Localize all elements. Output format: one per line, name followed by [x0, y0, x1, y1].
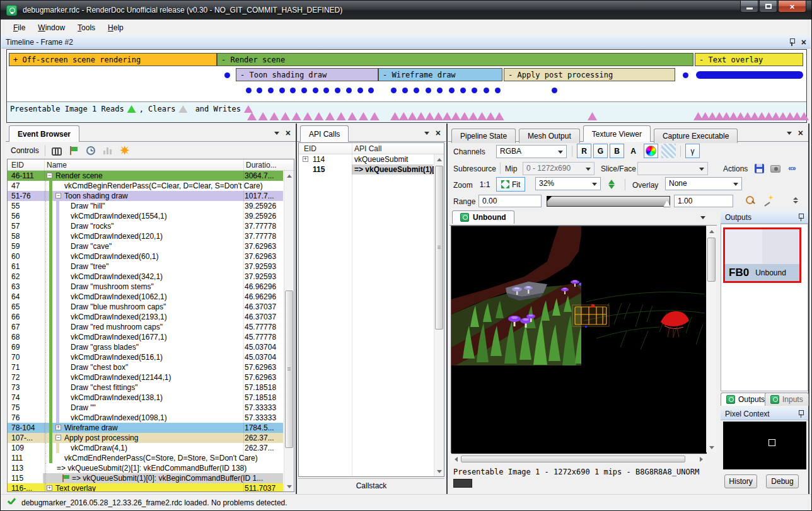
flip-y-button[interactable]: [605, 177, 618, 192]
view-code-button[interactable]: «»: [786, 163, 798, 174]
event-row-70[interactable]: 70vkCmdDrawIndexed(516,1)45.03704: [8, 352, 283, 362]
collapse-controls-button[interactable]: [791, 195, 800, 206]
restore-button[interactable]: [759, 1, 777, 13]
chevron-down-icon[interactable]: [424, 132, 429, 135]
range-black-handle[interactable]: [547, 196, 552, 202]
scrollbar-thumb[interactable]: [435, 166, 443, 330]
range-slider[interactable]: [547, 196, 670, 207]
chevron-down-icon[interactable]: [274, 132, 279, 135]
bookmark-button[interactable]: [68, 145, 79, 156]
time-draws-button[interactable]: [85, 145, 96, 156]
tab-event-browser[interactable]: Event Browser: [9, 125, 79, 142]
api-row-115[interactable]: 115=> vkQueueSubmit(1)[...: [299, 164, 433, 175]
menu-file[interactable]: File: [7, 21, 32, 35]
event-row-73[interactable]: 73Draw "chest fittings"57.18518: [8, 382, 283, 393]
gamma-toggle[interactable]: γ: [685, 144, 700, 158]
event-row-76[interactable]: 76vkCmdDrawIndexed(1098,1)57.33333: [8, 413, 283, 423]
event-row-47[interactable]: 47vkCmdBeginRenderPass(C=Clear, D=Clear,…: [8, 181, 283, 191]
find-button[interactable]: [51, 145, 62, 156]
expand-icon[interactable]: +: [303, 156, 308, 162]
fb0-thumbnail[interactable]: FB0 Unbound: [723, 227, 801, 283]
event-table-header[interactable]: EID Name Duratio...: [8, 159, 294, 171]
close-button[interactable]: ×: [778, 1, 806, 13]
tab-texture-viewer[interactable]: Texture Viewer: [583, 125, 651, 142]
expand-icon[interactable]: +: [47, 485, 52, 491]
event-row-63[interactable]: 63Draw "mushroom stems"46.96296: [8, 282, 283, 292]
open-external-button[interactable]: [770, 163, 781, 175]
timeline-section-render-scene[interactable]: - Render scene: [217, 53, 693, 66]
close-panel-icon[interactable]: ×: [798, 129, 803, 137]
expand-icon[interactable]: +: [55, 425, 61, 430]
texture-list-dropdown-icon[interactable]: [700, 216, 705, 219]
chevron-down-icon[interactable]: [787, 132, 792, 135]
col-api-call[interactable]: API Call: [354, 144, 381, 153]
channel-green-toggle[interactable]: G: [593, 144, 608, 158]
event-row-66[interactable]: 66vkCmdDrawIndexed(2193,1)46.37037: [8, 312, 283, 322]
event-row-65[interactable]: 65Draw "blue mushroom caps"46.37037: [8, 302, 283, 312]
event-row-61[interactable]: 61Draw "tree"37.92593: [8, 261, 283, 272]
pin-icon[interactable]: [798, 214, 804, 221]
api-table-header[interactable]: EID API Call: [299, 143, 444, 154]
event-row-75[interactable]: 75Draw ""57.33333: [8, 403, 283, 413]
timeline-section-text-overlay[interactable]: - Text overlay: [695, 53, 803, 66]
event-scrollbar[interactable]: [284, 171, 294, 491]
mip-select[interactable]: 0 - 1272x690: [523, 162, 594, 175]
event-row-115[interactable]: 115=> vkQueueSubmit(1)[0]: vkBeginComman…: [8, 473, 283, 483]
viewport-vscrollbar[interactable]: [706, 226, 716, 452]
tab-capture-executable[interactable]: Capture Executable: [654, 129, 738, 143]
tab-outputs[interactable]: Outputs: [721, 393, 770, 406]
event-row-51-76[interactable]: 51-76−Toon shading draw1017.7...: [8, 191, 283, 201]
close-panel-icon[interactable]: ×: [436, 129, 441, 137]
menu-help[interactable]: Help: [102, 21, 130, 35]
event-row-56[interactable]: 56vkCmdDrawIndexed(1554,1)39.25926: [8, 211, 283, 221]
channels-select[interactable]: RGBA: [496, 145, 567, 158]
event-row-62[interactable]: 62vkCmdDrawIndexed(342,1)37.92593: [8, 272, 283, 282]
tab-unbound-texture[interactable]: Unbound: [452, 210, 514, 224]
event-row-113[interactable]: 113=> vkQueueSubmit(2)[1]: vkEndCommandB…: [8, 463, 283, 473]
collapse-icon[interactable]: −: [55, 193, 61, 198]
event-row-78-104[interactable]: 78-104+Wireframe draw1784.5...: [8, 423, 283, 433]
event-row-57[interactable]: 57Draw "rocks"37.77778: [8, 221, 283, 231]
colorwheel-toggle[interactable]: [644, 144, 658, 158]
event-row-46-111[interactable]: 46-111−Render scene3064.7...: [8, 171, 283, 181]
timeline-section-wireframe-draw[interactable]: - Wireframe draw: [378, 68, 502, 81]
pin-icon[interactable]: [789, 38, 795, 46]
event-row-107-...[interactable]: 107-...−Apply post processing262.37...: [8, 433, 283, 443]
range-white-handle[interactable]: [663, 200, 671, 207]
menu-tools[interactable]: Tools: [71, 21, 102, 35]
save-texture-button[interactable]: [753, 163, 765, 174]
event-row-64[interactable]: 64vkCmdDrawIndexed(1062,1)46.96296: [8, 292, 283, 302]
bookmark-jump-button[interactable]: [119, 145, 130, 156]
autofit-range-button[interactable]: [762, 195, 774, 206]
event-row-69[interactable]: 69Draw "grass blades"45.03704: [8, 342, 283, 352]
col-eid[interactable]: EID: [304, 144, 316, 153]
channel-red-toggle[interactable]: R: [577, 144, 591, 158]
channel-blue-toggle[interactable]: B: [610, 144, 624, 158]
timeline-section-off-screen-scene-rendering[interactable]: + Off-screen scene rendering: [9, 53, 217, 66]
scroll-up-icon[interactable]: [437, 158, 442, 161]
channel-alpha-toggle[interactable]: A: [626, 144, 641, 158]
event-row-109[interactable]: 109vkCmdDraw(4,1)262.37...: [8, 443, 283, 453]
slice-face-select[interactable]: [637, 162, 708, 175]
menu-window[interactable]: Window: [32, 21, 71, 35]
debug-button[interactable]: Debug: [766, 474, 799, 488]
zoom-1to1-button[interactable]: 1:1: [476, 177, 494, 192]
col-eid[interactable]: EID: [11, 161, 24, 169]
api-row-114[interactable]: +114vkQueueSubmit: [299, 154, 433, 164]
timeline-section-apply-post-processing[interactable]: - Apply post processing: [504, 68, 675, 81]
event-row-59[interactable]: 59Draw "cave"37.62963: [8, 241, 283, 251]
event-row-68[interactable]: 68vkCmdDrawIndexed(1677,1)45.77778: [8, 332, 283, 342]
api-scrollbar[interactable]: [434, 154, 444, 476]
scroll-down-icon[interactable]: [287, 485, 292, 488]
tab-mesh-output[interactable]: Mesh Output: [519, 129, 580, 143]
history-button[interactable]: History: [724, 474, 757, 488]
callstack-section[interactable]: Callstack: [298, 478, 444, 492]
close-panel-icon[interactable]: ×: [286, 129, 291, 137]
event-row-74[interactable]: 74vkCmdDrawIndexed(138,1)57.18518: [8, 393, 283, 403]
scroll-up-icon[interactable]: [287, 175, 292, 178]
event-row-58[interactable]: 58vkCmdDrawIndexed(120,1)37.77778: [8, 231, 283, 241]
pin-icon[interactable]: [798, 410, 804, 418]
col-name[interactable]: Name: [47, 161, 67, 169]
range-max-field[interactable]: 1.00: [674, 195, 733, 207]
zoom-select[interactable]: 32%: [535, 177, 601, 190]
